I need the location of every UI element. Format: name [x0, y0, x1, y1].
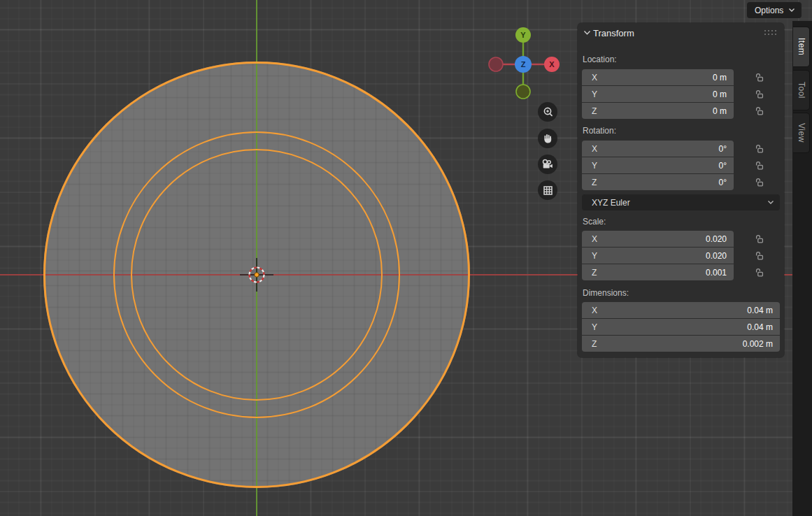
movie-camera-icon [541, 159, 554, 171]
rotation-y-field[interactable]: Y0° [582, 157, 734, 173]
tab-view[interactable]: View [793, 113, 810, 153]
hand-icon [542, 133, 554, 145]
panel-drag-grip-icon[interactable] [764, 30, 776, 35]
location-x-lock-icon[interactable] [755, 73, 764, 83]
panel-collapse-chevron-icon[interactable] [583, 30, 591, 36]
scale-x-field[interactable]: X0.020 [582, 231, 734, 247]
location-section-label: Location: [583, 55, 617, 64]
gizmo-z-ball[interactable]: Z [515, 56, 532, 73]
viewport-grid: Y X Z [0, 0, 812, 516]
grid-ortho-button[interactable] [538, 180, 557, 200]
blender-3d-viewport: Y X Z [0, 0, 812, 516]
location-z-lock-icon[interactable] [755, 106, 764, 116]
scale-x-lock-icon[interactable] [755, 234, 764, 244]
transform-panel-header[interactable]: Transform [578, 23, 784, 43]
dimensions-z-field[interactable]: Z0.002 m [582, 336, 780, 352]
zoom-button[interactable] [538, 102, 557, 122]
object-origin-dot [255, 273, 259, 277]
rotation-x-field[interactable]: X0° [582, 141, 734, 157]
navigation-gizmo[interactable]: Y X Z [485, 25, 564, 102]
rotation-section-label: Rotation: [583, 126, 616, 136]
dimensions-x-field[interactable]: X0.04 m [582, 302, 780, 318]
scale-z-lock-icon[interactable] [755, 268, 764, 278]
tab-tool[interactable]: Tool [793, 70, 810, 110]
3d-cursor [240, 258, 273, 292]
pan-button[interactable] [538, 129, 557, 148]
scale-y-lock-icon[interactable] [755, 251, 764, 261]
dimensions-section-label: Dimensions: [583, 288, 629, 298]
scale-y-field[interactable]: Y0.020 [582, 248, 734, 264]
magnifier-plus-icon [542, 106, 554, 118]
svg-text:Y: Y [520, 31, 526, 39]
camera-view-button[interactable] [538, 155, 557, 174]
options-label: Options [755, 6, 783, 15]
chevron-down-icon [767, 200, 774, 205]
svg-text:Z: Z [521, 60, 526, 69]
location-x-field[interactable]: X0 m [582, 69, 734, 85]
chevron-down-icon [788, 8, 795, 13]
gizmo-minus-x-ball[interactable] [489, 57, 503, 71]
dimensions-y-field[interactable]: Y0.04 m [582, 319, 780, 335]
rotation-z-lock-icon[interactable] [755, 178, 764, 187]
scale-section-label: Scale: [583, 217, 606, 227]
gizmo-minus-y-ball[interactable] [516, 85, 530, 99]
grid-icon [542, 185, 554, 196]
gizmo-y-ball[interactable]: Y [515, 27, 531, 43]
rotation-y-lock-icon[interactable] [755, 161, 764, 171]
scale-z-field[interactable]: Z0.001 [582, 264, 734, 280]
rotation-mode-dropdown[interactable]: XYZ Euler [582, 194, 780, 210]
tab-item[interactable]: Item [793, 27, 810, 67]
panel-title: Transform [593, 28, 634, 38]
location-y-field[interactable]: Y0 m [582, 86, 734, 102]
options-button[interactable]: Options [747, 2, 802, 18]
rotation-z-field[interactable]: Z0° [582, 174, 734, 190]
gizmo-x-ball[interactable]: X [544, 57, 560, 72]
svg-text:X: X [549, 60, 555, 69]
location-z-field[interactable]: Z0 m [582, 103, 734, 119]
rotation-x-lock-icon[interactable] [755, 144, 764, 154]
location-y-lock-icon[interactable] [755, 89, 764, 99]
transform-panel: Transform Location: X0 m Y0 m Z0 m Rotat… [578, 23, 784, 357]
